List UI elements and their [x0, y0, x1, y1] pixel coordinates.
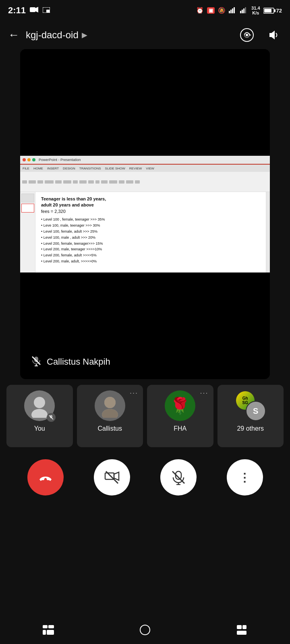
svg-point-28 [104, 397, 116, 408]
svg-point-22 [34, 397, 45, 408]
controls-row: ⋮ [0, 451, 290, 502]
svg-rect-14 [274, 9, 276, 12]
callistus-name: Callistus [98, 425, 122, 432]
callistus-dots[interactable]: ··· [130, 389, 138, 397]
end-call-button[interactable] [27, 459, 64, 495]
screen-share-content: PowerPoint - Presentation FILE HOME INSE… [20, 156, 270, 272]
svg-marker-1 [35, 7, 38, 12]
alarm-icon: ⏰ [196, 7, 204, 14]
others-avatar-front: S [246, 401, 266, 421]
svg-rect-10 [243, 8, 244, 13]
svg-marker-17 [269, 31, 275, 39]
svg-rect-37 [43, 625, 48, 628]
participants-row: You ··· Callistus ··· 🌹 FHA Gh [0, 379, 290, 451]
svg-rect-19 [34, 357, 38, 362]
svg-point-16 [246, 34, 248, 36]
camera-status-icon [30, 6, 39, 15]
mute-icon: 🔕 [218, 7, 226, 14]
ppt-toolbar [20, 172, 270, 192]
signal2-icon [240, 7, 248, 14]
svg-rect-13 [264, 9, 271, 12]
callistus-avatar [95, 390, 125, 421]
svg-rect-43 [237, 631, 246, 635]
svg-rect-38 [48, 625, 54, 628]
participant-tile-fha[interactable]: ··· 🌹 FHA [147, 385, 213, 447]
meeting-code: kgj-dacd-oid ▶ [26, 29, 232, 41]
video-off-button[interactable] [94, 459, 130, 495]
svg-rect-7 [234, 7, 235, 13]
status-bar: 2:11 ⏰ ▣ 🔕 31.4 K/s 72 [0, 0, 290, 21]
others-avatar-stack: GhSG S [235, 390, 266, 421]
presenter-name: Callistus Nakpih [47, 357, 110, 367]
mic-mute-button[interactable] [160, 459, 197, 495]
svg-point-41 [140, 625, 150, 635]
presenter-mute-icon [31, 355, 42, 369]
svg-marker-32 [114, 472, 119, 480]
toolbar: ← kgj-dacd-oid ▶ [0, 21, 290, 49]
svg-point-23 [31, 409, 48, 418]
slide-bullets: • Level 100 , female, teenager >>> 35% •… [41, 217, 260, 264]
others-name: 29 others [237, 425, 264, 432]
you-mute-badge [47, 413, 56, 422]
fha-avatar: 🌹 [165, 390, 195, 421]
participant-tile-you[interactable]: You [6, 385, 73, 447]
more-options-button[interactable]: ⋮ [227, 459, 263, 495]
chevron-icon: ▶ [82, 31, 87, 39]
svg-point-29 [102, 409, 118, 418]
status-left: 2:11 [8, 5, 50, 16]
nav-back-button[interactable] [230, 618, 254, 642]
participant-tile-others[interactable]: GhSG S 29 others [218, 385, 284, 447]
svg-rect-11 [245, 7, 246, 13]
volume-button[interactable] [265, 27, 282, 43]
svg-rect-4 [229, 11, 230, 13]
svg-line-33 [172, 471, 184, 483]
ppt-menu-bar: FILE HOME INSERT DESIGN TRANSITIONS SLID… [20, 165, 270, 172]
svg-rect-39 [43, 630, 46, 635]
switch-camera-button[interactable] [238, 27, 255, 43]
svg-rect-40 [47, 630, 54, 635]
speed-display: 31.4 K/s [251, 6, 260, 15]
ppt-window-title: PowerPoint - Presentation [39, 158, 81, 162]
meeting-code-text: kgj-dacd-oid [26, 29, 79, 41]
status-time: 2:11 [8, 5, 26, 16]
back-button[interactable]: ← [8, 29, 19, 41]
you-avatar-container [24, 390, 55, 421]
signal-icon [229, 7, 237, 14]
slide-title: Teenager is less than 20 years,adult 20 … [41, 196, 260, 215]
pip-icon [43, 6, 50, 15]
nav-bar [0, 616, 290, 644]
svg-rect-42 [237, 625, 242, 629]
svg-rect-3 [46, 10, 50, 12]
svg-rect-5 [230, 10, 232, 13]
toolbar-actions [238, 27, 282, 43]
svg-rect-9 [242, 10, 243, 13]
fha-name: FHA [174, 425, 186, 432]
main-video: PowerPoint - Presentation FILE HOME INSE… [20, 49, 270, 379]
svg-rect-8 [240, 11, 241, 13]
nav-recent-button[interactable] [36, 618, 60, 642]
svg-rect-44 [242, 625, 246, 629]
cast-icon: ▣ [207, 7, 215, 14]
svg-rect-25 [50, 415, 52, 418]
svg-rect-0 [30, 7, 35, 12]
battery-icon: 72 [263, 8, 282, 14]
status-right: ⏰ ▣ 🔕 31.4 K/s 72 [196, 6, 282, 15]
you-name: You [34, 425, 45, 432]
presenter-label: Callistus Nakpih [31, 355, 110, 369]
svg-rect-6 [232, 8, 233, 13]
nav-home-button[interactable] [133, 618, 157, 642]
participant-tile-callistus[interactable]: ··· Callistus [77, 385, 143, 447]
fha-dots[interactable]: ··· [200, 389, 208, 397]
